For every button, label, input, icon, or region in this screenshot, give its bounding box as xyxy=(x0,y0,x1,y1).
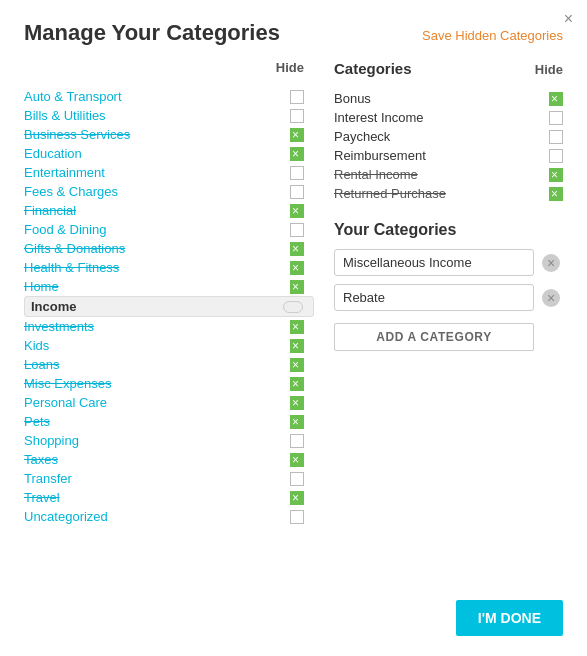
category-item[interactable]: Entertainment xyxy=(24,163,314,182)
hide-checkbox[interactable] xyxy=(290,377,304,391)
subcategory-hide-checkbox[interactable] xyxy=(549,130,563,144)
category-label: Uncategorized xyxy=(24,509,290,524)
category-list: Auto & TransportBills & UtilitiesBusines… xyxy=(24,87,314,526)
category-item[interactable]: Uncategorized xyxy=(24,507,314,526)
hide-checkbox[interactable] xyxy=(290,261,304,275)
category-label: Business Services xyxy=(24,127,290,142)
hide-checkbox[interactable] xyxy=(290,90,304,104)
category-item[interactable]: Personal Care xyxy=(24,393,314,412)
your-categories-title: Your Categories xyxy=(334,221,563,239)
close-button[interactable]: × xyxy=(564,10,573,28)
hide-checkbox[interactable] xyxy=(290,185,304,199)
categories-title: Categories xyxy=(334,60,412,77)
category-label: Food & Dining xyxy=(24,222,290,237)
category-label: Bills & Utilities xyxy=(24,108,290,123)
hide-header-left: Hide xyxy=(266,60,304,75)
hide-checkbox[interactable] xyxy=(290,396,304,410)
selected-indicator xyxy=(283,301,303,313)
subcategory-hide-checkbox[interactable] xyxy=(549,111,563,125)
category-item[interactable]: Income xyxy=(24,296,314,317)
category-item[interactable]: Food & Dining xyxy=(24,220,314,239)
subcategory-hide-checkbox[interactable] xyxy=(549,187,563,201)
category-label: Kids xyxy=(24,338,290,353)
add-category-button[interactable]: ADD A CATEGORY xyxy=(334,323,534,351)
subcategory-row: Paycheck xyxy=(334,127,563,146)
category-label: Auto & Transport xyxy=(24,89,290,104)
category-item[interactable]: Business Services xyxy=(24,125,314,144)
hide-checkbox[interactable] xyxy=(290,320,304,334)
save-link: Save Hidden Categories xyxy=(422,28,563,43)
your-category-input[interactable] xyxy=(334,249,534,276)
hide-checkbox[interactable] xyxy=(290,280,304,294)
hide-checkbox[interactable] xyxy=(290,242,304,256)
category-item[interactable]: Investments xyxy=(24,317,314,336)
subcategory-hide-checkbox[interactable] xyxy=(549,149,563,163)
category-label: Pets xyxy=(24,414,290,429)
category-label: Investments xyxy=(24,319,290,334)
category-label: Fees & Charges xyxy=(24,184,290,199)
category-label: Transfer xyxy=(24,471,290,486)
hide-checkbox[interactable] xyxy=(290,339,304,353)
subcategory-label: Returned Purchase xyxy=(334,186,549,201)
hide-checkbox[interactable] xyxy=(290,453,304,467)
left-column: Hide Auto & TransportBills & UtilitiesBu… xyxy=(24,60,314,526)
subcategory-label: Bonus xyxy=(334,91,549,106)
category-item[interactable]: Financial xyxy=(24,201,314,220)
subcategory-row: Rental Income xyxy=(334,165,563,184)
category-label: Misc Expenses xyxy=(24,376,290,391)
your-categories-list xyxy=(334,249,563,311)
save-text: Save xyxy=(422,28,452,43)
subcategory-row: Returned Purchase xyxy=(334,184,563,203)
category-item[interactable]: Auto & Transport xyxy=(24,87,314,106)
hide-checkbox[interactable] xyxy=(290,109,304,123)
remove-category-button[interactable] xyxy=(542,289,560,307)
category-item[interactable]: Transfer xyxy=(24,469,314,488)
your-category-input[interactable] xyxy=(334,284,534,311)
category-item[interactable]: Fees & Charges xyxy=(24,182,314,201)
hidden-categories-link[interactable]: Hidden Categories xyxy=(455,28,563,43)
your-category-row xyxy=(334,249,563,276)
hide-checkbox[interactable] xyxy=(290,358,304,372)
category-item[interactable]: Loans xyxy=(24,355,314,374)
category-item[interactable]: Home xyxy=(24,277,314,296)
category-item[interactable]: Health & Fitness xyxy=(24,258,314,277)
category-item[interactable]: Travel xyxy=(24,488,314,507)
hide-checkbox[interactable] xyxy=(290,166,304,180)
category-label: Loans xyxy=(24,357,290,372)
subcategory-label: Interest Income xyxy=(334,110,549,125)
subcategory-hide-checkbox[interactable] xyxy=(549,92,563,106)
category-item[interactable]: Kids xyxy=(24,336,314,355)
category-item[interactable]: Pets xyxy=(24,412,314,431)
hide-checkbox[interactable] xyxy=(290,510,304,524)
right-column: Categories Hide BonusInterest IncomePayc… xyxy=(314,60,563,526)
category-label: Entertainment xyxy=(24,165,290,180)
category-item[interactable]: Bills & Utilities xyxy=(24,106,314,125)
hide-checkbox[interactable] xyxy=(290,415,304,429)
remove-category-button[interactable] xyxy=(542,254,560,272)
category-label: Health & Fitness xyxy=(24,260,290,275)
done-button[interactable]: I'M DONE xyxy=(456,600,563,636)
modal-header: Manage Your Categories Save Hidden Categ… xyxy=(24,20,563,46)
hide-checkbox[interactable] xyxy=(290,434,304,448)
category-label: Travel xyxy=(24,490,290,505)
modal-title: Manage Your Categories xyxy=(24,20,280,46)
hide-checkbox[interactable] xyxy=(290,223,304,237)
category-label: Home xyxy=(24,279,290,294)
category-item[interactable]: Taxes xyxy=(24,450,314,469)
subcategory-row: Bonus xyxy=(334,89,563,108)
category-item[interactable]: Misc Expenses xyxy=(24,374,314,393)
subcategory-hide-checkbox[interactable] xyxy=(549,168,563,182)
hide-checkbox[interactable] xyxy=(290,491,304,505)
hide-checkbox[interactable] xyxy=(290,128,304,142)
category-item[interactable]: Gifts & Donations xyxy=(24,239,314,258)
category-item[interactable]: Shopping xyxy=(24,431,314,450)
category-item[interactable]: Education xyxy=(24,144,314,163)
category-label: Gifts & Donations xyxy=(24,241,290,256)
category-label: Education xyxy=(24,146,290,161)
hide-checkbox[interactable] xyxy=(290,147,304,161)
subcategory-row: Reimbursement xyxy=(334,146,563,165)
hide-header-right: Hide xyxy=(535,62,563,77)
hide-checkbox[interactable] xyxy=(290,472,304,486)
hide-checkbox[interactable] xyxy=(290,204,304,218)
category-label: Taxes xyxy=(24,452,290,467)
